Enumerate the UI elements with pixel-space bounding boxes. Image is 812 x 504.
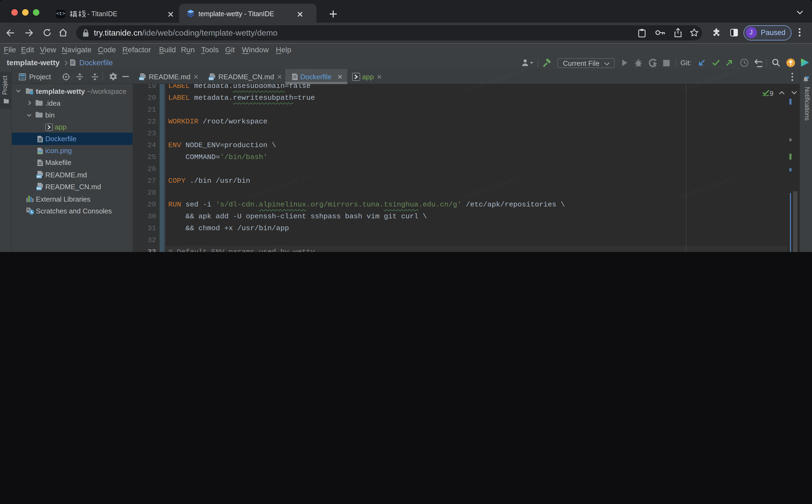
svg-text:MD: MD: [37, 175, 42, 178]
svg-text:MD: MD: [209, 77, 214, 80]
svg-text:MD: MD: [139, 77, 144, 80]
svg-text:MD: MD: [37, 187, 42, 190]
